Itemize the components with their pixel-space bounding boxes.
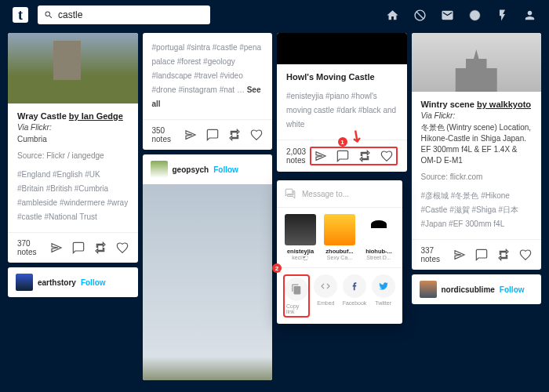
post-nordicsublime: nordicsublime Follow [412, 274, 542, 304]
post-description: Cumbria [17, 134, 129, 145]
message-to-row[interactable]: Message to... [277, 180, 402, 208]
avatar [324, 214, 355, 245]
share-user-name: hiohub-... [362, 248, 396, 255]
username[interactable]: geopsych [173, 165, 209, 174]
author-link[interactable]: by Ian Gedge [69, 111, 123, 121]
like-icon[interactable] [380, 150, 393, 162]
via-label: Via Flickr: [17, 123, 129, 132]
reblog-icon[interactable] [358, 150, 371, 162]
post-image[interactable] [8, 33, 138, 103]
message-placeholder: Message to... [302, 190, 349, 198]
inbox-icon[interactable] [441, 9, 454, 22]
share-user-sub: Street D... [362, 255, 396, 260]
notes-count[interactable]: 350 notes [152, 126, 185, 143]
share-users-row: enisteyjia keci🐑 zhoubuf... Sexy Ca... h… [277, 208, 402, 268]
post-title: Wintry scene by walkkyoto [421, 100, 533, 109]
header: t [0, 0, 549, 30]
annotation-badge-2: 2 [272, 263, 282, 273]
share-popover: Message to... enisteyjia keci🐑 zhoubuf..… [277, 180, 402, 324]
post-image[interactable] [277, 33, 407, 64]
reply-icon[interactable] [475, 249, 488, 261]
search-icon [44, 10, 53, 20]
reblog-icon[interactable] [94, 241, 107, 254]
avatar[interactable] [420, 281, 437, 298]
reply-icon[interactable] [206, 129, 219, 141]
post-wintry: Wintry scene by walkkyoto Via Flickr: 冬景… [412, 33, 542, 270]
notes-count[interactable]: 370 notes [17, 239, 50, 256]
post-actions-highlighted [310, 147, 398, 165]
username[interactable]: nordicsublime [442, 285, 495, 294]
post-tags[interactable]: #portugal #sintra #castle #pena palace #… [152, 41, 264, 111]
share-user[interactable]: hiohub-... Street D... [362, 214, 396, 261]
avatar [285, 214, 316, 245]
like-icon[interactable] [116, 241, 129, 254]
share-label: Embed [317, 300, 334, 306]
share-copylink[interactable]: Copy link [283, 274, 310, 318]
share-user[interactable]: zhoubuf... Sexy Ca... [322, 214, 357, 261]
share-icon[interactable] [50, 241, 63, 254]
avatar[interactable] [16, 274, 33, 291]
like-icon[interactable] [250, 129, 263, 141]
share-icon[interactable] [184, 129, 197, 141]
reply-icon[interactable] [72, 241, 85, 254]
post-image[interactable] [143, 184, 273, 380]
post-geopsych: geopsych Follow [143, 154, 273, 380]
tumblr-logo[interactable]: t [13, 7, 28, 23]
post-portugal: #portugal #sintra #castle #pena palace #… [143, 33, 273, 150]
share-user[interactable]: enisteyjia keci🐑 [283, 214, 318, 261]
notes-count[interactable]: 2,003 notes [286, 147, 310, 165]
nav-icons [386, 9, 536, 22]
search-bar[interactable] [38, 5, 210, 24]
post-image[interactable] [412, 33, 542, 92]
share-icon[interactable] [314, 150, 327, 162]
feed: Wray Castle by Ian Gedge Via Flickr: Cum… [0, 30, 549, 392]
reblog-icon[interactable] [228, 129, 241, 141]
share-label: Facebook [343, 300, 367, 306]
post-howl: Howl's Moving Castle #enisteyjia #piano … [277, 33, 407, 172]
post-earthstory: earthstory Follow [8, 267, 138, 297]
share-user-name: zhoubuf... [322, 248, 357, 255]
share-twitter[interactable]: Twitter [370, 274, 396, 318]
activity-icon[interactable] [496, 9, 509, 22]
post-source: Source: flickr.com [421, 172, 533, 181]
messaging-icon[interactable] [468, 9, 482, 22]
follow-button[interactable]: Follow [81, 278, 106, 287]
post-tags[interactable]: #England #English #UK #Britain #British … [17, 168, 129, 224]
svg-point-0 [470, 10, 480, 20]
post-title: Wray Castle by Ian Gedge [17, 111, 129, 121]
post-title: Howl's Moving Castle [286, 72, 398, 82]
share-embed[interactable]: Embed [313, 274, 339, 318]
avatar [363, 214, 394, 245]
notes-count[interactable]: 337 notes [421, 246, 454, 263]
share-user-sub: Sexy Ca... [322, 255, 357, 260]
post-actions [50, 241, 129, 254]
explore-icon[interactable] [413, 9, 427, 22]
follow-button[interactable]: Follow [213, 165, 238, 174]
author-link[interactable]: by walkkyoto [477, 100, 531, 109]
share-facebook[interactable]: Facebook [342, 274, 368, 318]
like-icon[interactable] [519, 249, 532, 261]
message-icon [285, 188, 296, 199]
copylink-icon [291, 284, 302, 295]
share-user-sub: keci🐑 [283, 255, 318, 261]
account-icon[interactable] [523, 9, 536, 22]
search-input[interactable] [58, 9, 204, 20]
post-source: Source: Flickr / iangedge [17, 151, 129, 160]
post-tags[interactable]: #彦根城 #冬景色 #Hikone #Castle #滋賀 #Shiga #日本… [421, 189, 533, 231]
share-social-row: 2 Copy link Embed Facebook Twitter [277, 268, 402, 324]
share-icon[interactable] [453, 249, 466, 261]
post-tags[interactable]: #enisteyjia #piano #howl's moving castle… [286, 89, 398, 132]
embed-icon [320, 281, 331, 292]
avatar[interactable] [151, 161, 168, 178]
share-label: Copy link [286, 303, 307, 314]
facebook-icon [349, 281, 360, 292]
post-wray-castle: Wray Castle by Ian Gedge Via Flickr: Cum… [8, 33, 138, 263]
share-user-name: enisteyjia [283, 248, 318, 255]
reply-icon[interactable] [336, 150, 349, 162]
username[interactable]: earthstory [38, 278, 76, 287]
twitter-icon [378, 281, 389, 292]
follow-button[interactable]: Follow [500, 285, 525, 294]
home-icon[interactable] [386, 9, 399, 22]
reblog-icon[interactable] [497, 249, 510, 261]
via-label: Via Flickr: [421, 111, 533, 120]
